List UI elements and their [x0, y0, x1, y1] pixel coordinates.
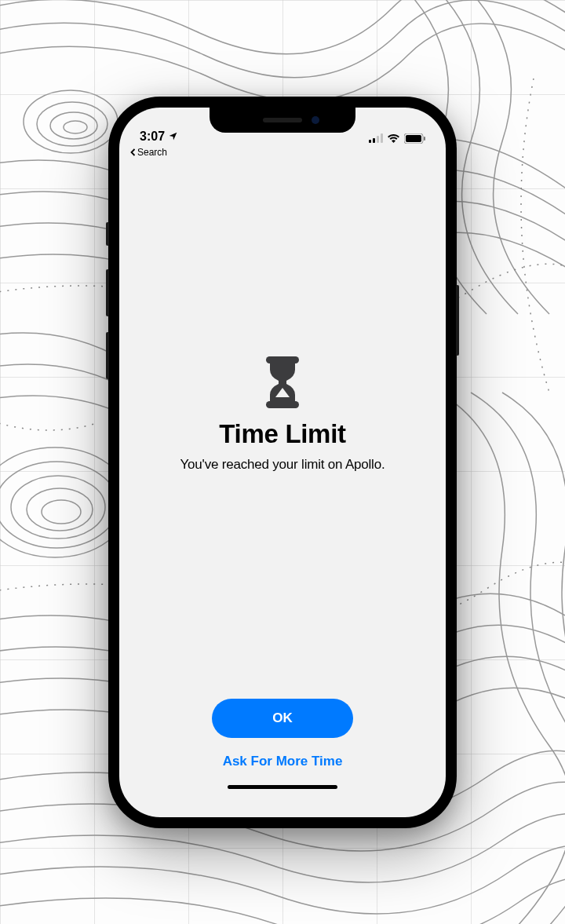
home-indicator[interactable] [228, 785, 337, 789]
phone-mute-switch [106, 222, 109, 246]
page-title: Time Limit [219, 419, 345, 449]
phone-screen: 3:07 [119, 108, 446, 817]
phone-volume-up [106, 269, 109, 316]
page-subtitle: You've reached your limit on Apollo. [180, 457, 385, 473]
phone-power-button [456, 285, 459, 356]
phone-volume-down [106, 332, 109, 379]
ask-more-time-button[interactable]: Ask For More Time [223, 749, 343, 774]
phone-notch [210, 108, 355, 133]
phone-device-frame: 3:07 [108, 97, 457, 828]
ok-button[interactable]: OK [212, 699, 353, 738]
hourglass-icon [261, 356, 304, 408]
svg-rect-19 [266, 401, 299, 408]
svg-rect-18 [266, 356, 299, 363]
